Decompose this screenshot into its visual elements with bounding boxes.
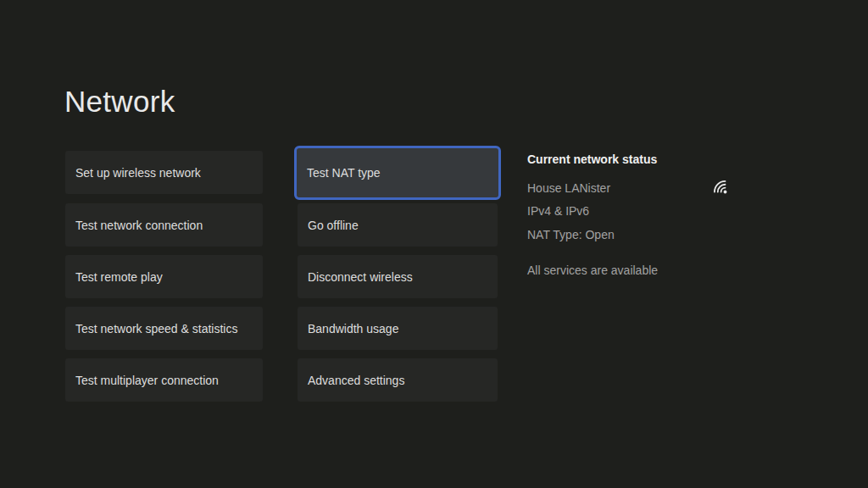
network-name: House LANister <box>527 181 610 195</box>
menu-item-advanced-settings[interactable]: Advanced settings <box>298 358 498 402</box>
nat-type-text: NAT Type: Open <box>527 228 615 241</box>
menu-item-label: Disconnect wireless <box>308 270 413 284</box>
menu-item-disconnect-wireless[interactable]: Disconnect wireless <box>298 255 498 298</box>
network-settings-screen: Network Set up wireless network Test net… <box>0 0 868 488</box>
menu-item-label: Test network connection <box>75 219 203 232</box>
page-title: Network <box>64 85 175 119</box>
menu-item-set-up-wireless-network[interactable]: Set up wireless network <box>65 151 263 194</box>
menu-item-test-multiplayer-connection[interactable]: Test multiplayer connection <box>65 358 263 402</box>
menu-item-test-network-speed-statistics[interactable]: Test network speed & statistics <box>65 307 263 350</box>
menu-item-label: Test network speed & statistics <box>75 322 237 336</box>
menu-item-label: Advanced settings <box>308 374 404 387</box>
menu-item-label: Bandwidth usage <box>308 322 398 336</box>
menu-item-label: Test remote play <box>75 270 163 284</box>
menu-item-label: Set up wireless network <box>75 166 201 180</box>
menu-item-label: Test NAT type <box>307 166 381 180</box>
services-status-text: All services are available <box>527 263 658 277</box>
menu-item-label: Test multiplayer connection <box>75 374 219 387</box>
menu-item-test-network-connection[interactable]: Test network connection <box>65 203 263 247</box>
ip-version-text: IPv4 & IPv6 <box>527 204 589 218</box>
status-panel-heading: Current network status <box>527 152 657 166</box>
menu-item-go-offline[interactable]: Go offline <box>298 203 498 247</box>
status-panel: Current network status House LANister IP… <box>527 152 739 288</box>
menu-item-test-nat-type[interactable]: Test NAT type <box>294 146 501 200</box>
wifi-signal-icon <box>709 176 729 196</box>
menu-item-bandwidth-usage[interactable]: Bandwidth usage <box>298 307 498 350</box>
menu-item-test-remote-play[interactable]: Test remote play <box>65 255 263 298</box>
menu-item-label: Go offline <box>308 219 359 232</box>
